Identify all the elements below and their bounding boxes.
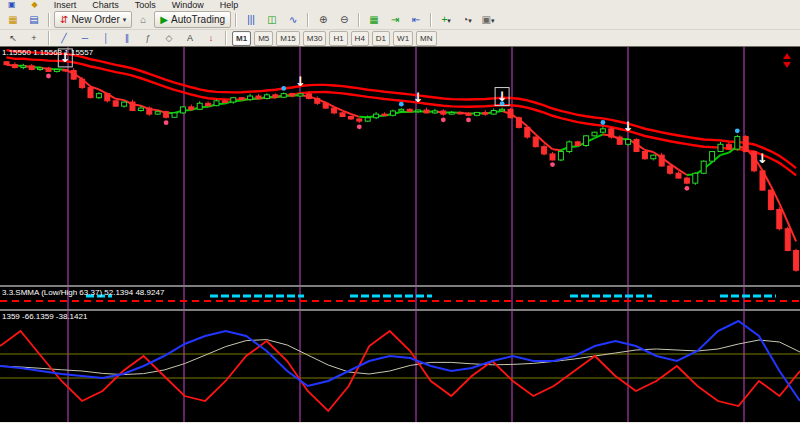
timeframe-mn[interactable]: MN bbox=[416, 31, 436, 46]
fibonacci-button[interactable]: ƒ bbox=[138, 30, 158, 47]
menu-window[interactable]: Window bbox=[172, 0, 204, 10]
profiles-button[interactable]: ▤ bbox=[24, 11, 44, 28]
autotrading-label: AutoTrading bbox=[171, 14, 225, 25]
autotrading-button[interactable]: ▶ AutoTrading bbox=[154, 11, 231, 28]
menu-insert[interactable]: Insert bbox=[54, 0, 77, 10]
smma-indicator-chart[interactable] bbox=[0, 287, 800, 309]
new-chart-icon: ▦ bbox=[8, 14, 17, 25]
window-icon: ▣ bbox=[8, 0, 16, 10]
indicators-button[interactable]: +▾ bbox=[436, 11, 456, 28]
shapes-button[interactable]: ◇ bbox=[159, 30, 179, 47]
zoom-out-icon: ⊖ bbox=[340, 14, 348, 25]
expert-advisors-button[interactable]: ⌂ bbox=[133, 11, 153, 28]
bar-chart-button[interactable]: ||| bbox=[241, 11, 261, 28]
new-order-label: New Order bbox=[71, 14, 119, 25]
horizontal-line-button[interactable]: ─ bbox=[75, 30, 95, 47]
crosshair-icon: + bbox=[31, 33, 36, 43]
trendline-button[interactable]: ╱ bbox=[54, 30, 74, 47]
new-order-button[interactable]: ⇵ New Order ▾ bbox=[54, 11, 132, 28]
timeframe-m15[interactable]: M15 bbox=[276, 31, 300, 46]
svg-text:↓: ↓ bbox=[757, 151, 768, 166]
cursor-icon: ↖ bbox=[9, 33, 17, 43]
tile-windows-button[interactable]: ▦ bbox=[364, 11, 384, 28]
line-chart-button[interactable]: ∿ bbox=[283, 11, 303, 28]
channel-button[interactable]: ∥ bbox=[117, 30, 137, 47]
crosshair-button[interactable]: + bbox=[24, 30, 44, 47]
text-icon: A bbox=[187, 33, 193, 43]
line-studies-toolbar: ↖ + ╱ ─ │ ∥ ƒ ◇ A ↓ M1 M5 M15 M30 H1 H4 … bbox=[0, 30, 800, 47]
templates-button[interactable]: ▣▾ bbox=[478, 11, 498, 28]
main-price-chart[interactable]: ↓↓↓↓↓↓ bbox=[0, 47, 800, 285]
auto-scroll-button[interactable]: ⇥ bbox=[385, 11, 405, 28]
zoom-in-icon: ⊕ bbox=[319, 14, 327, 25]
chart-shift-icon: ⇤ bbox=[412, 14, 420, 25]
candlestick-icon: ◫ bbox=[267, 14, 276, 25]
svg-text:↓: ↓ bbox=[295, 74, 306, 89]
autotrading-play-icon: ▶ bbox=[160, 14, 168, 25]
periods-button[interactable]: ◔▾ bbox=[457, 11, 477, 28]
horizontal-line-icon: ─ bbox=[82, 33, 88, 43]
timeframe-m5[interactable]: M5 bbox=[254, 31, 273, 46]
cursor-button[interactable]: ↖ bbox=[3, 30, 23, 47]
svg-text:↓: ↓ bbox=[413, 90, 424, 105]
line-chart-icon: ∿ bbox=[289, 14, 297, 25]
zoom-out-button[interactable]: ⊖ bbox=[334, 11, 354, 28]
toolbar-separator bbox=[235, 13, 237, 27]
new-order-icon: ⇵ bbox=[60, 14, 68, 25]
chevron-down-icon: ▾ bbox=[447, 17, 451, 24]
chevron-down-icon: ▾ bbox=[123, 16, 127, 24]
standard-toolbar: ▦ ▤ ⇵ New Order ▾ ⌂ ▶ AutoTrading ||| ◫ … bbox=[0, 10, 800, 30]
auto-scroll-icon: ⇥ bbox=[391, 14, 399, 25]
chevron-down-icon: ▾ bbox=[468, 17, 472, 24]
tile-windows-icon: ▦ bbox=[369, 14, 378, 25]
menu-tools[interactable]: Tools bbox=[135, 0, 156, 10]
expert-advisors-icon: ⌂ bbox=[140, 14, 146, 25]
candlestick-chart-button[interactable]: ◫ bbox=[262, 11, 282, 28]
trendline-icon: ╱ bbox=[61, 33, 66, 43]
svg-text:↓: ↓ bbox=[623, 119, 634, 134]
timeframe-m1[interactable]: M1 bbox=[232, 31, 251, 46]
timeframe-h4[interactable]: H4 bbox=[351, 31, 369, 46]
text-tool-button[interactable]: A bbox=[180, 30, 200, 47]
arrows-tool-button[interactable]: ↓ bbox=[201, 30, 221, 47]
chart-shift-button[interactable]: ⇤ bbox=[406, 11, 426, 28]
oscillator-indicator-chart[interactable] bbox=[0, 311, 800, 422]
menu-charts[interactable]: Charts bbox=[92, 0, 119, 10]
bar-chart-icon: ||| bbox=[247, 14, 255, 25]
template-icon: ▣ bbox=[482, 14, 491, 25]
toolbar-separator bbox=[430, 13, 432, 27]
toolbar-separator bbox=[358, 13, 360, 27]
menu-help[interactable]: Help bbox=[220, 0, 239, 10]
price-chart-panel: 1.15560 1.15563 1.15557 ↓↓↓↓↓↓ bbox=[0, 47, 800, 285]
svg-text:↓: ↓ bbox=[497, 89, 508, 104]
toolbar-separator bbox=[307, 13, 309, 27]
svg-text:↓: ↓ bbox=[60, 50, 71, 65]
profiles-icon: ▤ bbox=[29, 14, 38, 25]
timeframe-h1[interactable]: H1 bbox=[329, 31, 347, 46]
chart-mini-icon: ◆ bbox=[32, 0, 38, 10]
smma-indicator-panel: 3.3.SMMA (Low/High 63.37) 52.1394 48.924… bbox=[0, 285, 800, 309]
timeframe-m30[interactable]: M30 bbox=[303, 31, 327, 46]
toolbar-separator bbox=[48, 31, 50, 45]
chevron-down-icon: ▾ bbox=[491, 17, 495, 24]
channel-icon: ∥ bbox=[125, 33, 130, 43]
vertical-line-button[interactable]: │ bbox=[96, 30, 116, 47]
zoom-in-button[interactable]: ⊕ bbox=[313, 11, 333, 28]
new-chart-button[interactable]: ▦ bbox=[3, 11, 23, 28]
toolbar-separator bbox=[48, 13, 50, 27]
timeframe-w1[interactable]: W1 bbox=[393, 31, 413, 46]
shapes-icon: ◇ bbox=[166, 33, 173, 43]
mt4-window: ▣ ◆ Insert Charts Tools Window Help ▦ ▤ … bbox=[0, 0, 800, 423]
fibonacci-icon: ƒ bbox=[145, 33, 150, 43]
menu-bar: ▣ ◆ Insert Charts Tools Window Help bbox=[0, 0, 800, 10]
vertical-line-icon: │ bbox=[103, 33, 109, 43]
arrow-stamp-icon: ↓ bbox=[209, 33, 214, 43]
toolbar-separator bbox=[225, 31, 227, 45]
timeframe-d1[interactable]: D1 bbox=[372, 31, 390, 46]
oscillator-indicator-panel: 1359 -66.1359 -38.1421 bbox=[0, 309, 800, 422]
